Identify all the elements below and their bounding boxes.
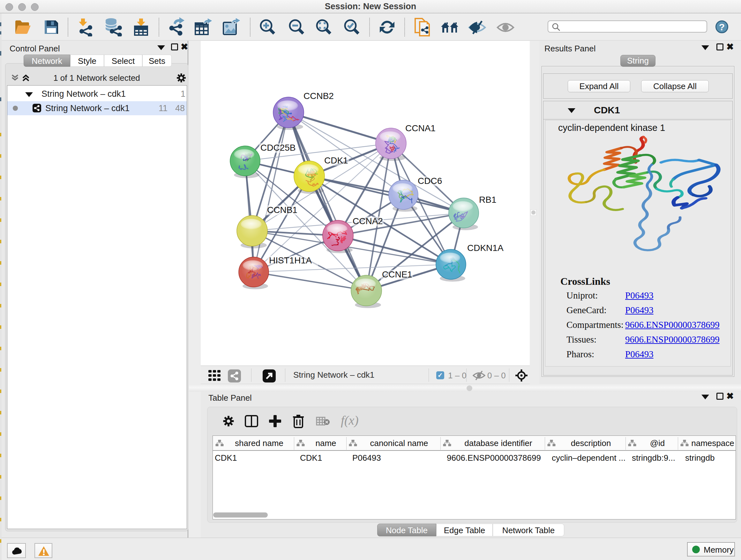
svg-text:CCNE1: CCNE1 (382, 269, 412, 279)
svg-text:CCNB1: CCNB1 (267, 205, 297, 215)
svg-text:CDKN1A: CDKN1A (467, 243, 503, 253)
svg-text:CCNA1: CCNA1 (405, 123, 435, 133)
svg-text:CDC25B: CDC25B (260, 143, 295, 152)
svg-text:CDK1: CDK1 (324, 155, 348, 165)
svg-text:HIST1H1A: HIST1H1A (269, 255, 312, 265)
svg-text:RB1: RB1 (479, 195, 496, 205)
svg-text:CCNB2: CCNB2 (304, 91, 334, 101)
svg-text:CCNA2: CCNA2 (353, 216, 383, 226)
svg-text:CDC6: CDC6 (418, 176, 442, 186)
